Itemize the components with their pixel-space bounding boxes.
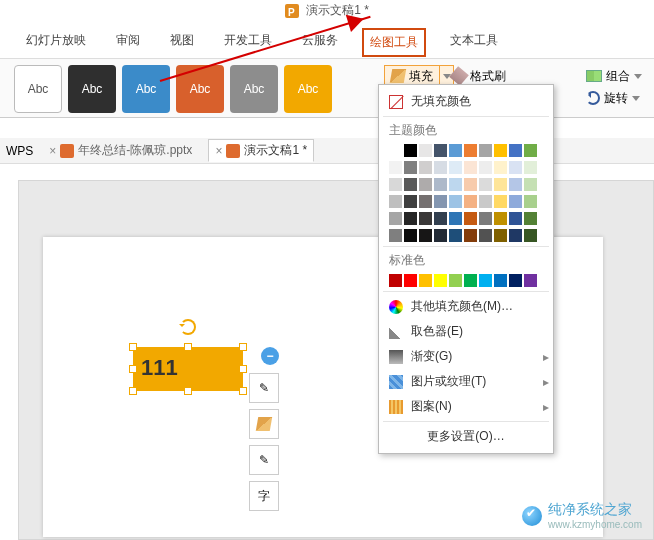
color-swatch[interactable] [389,161,402,174]
color-swatch[interactable] [449,212,462,225]
color-swatch[interactable] [524,195,537,208]
color-swatch[interactable] [449,161,462,174]
resize-handle[interactable] [129,343,137,351]
doc-tab-1[interactable]: × 年终总结-陈佩琼.pptx [43,140,198,161]
color-swatch[interactable] [509,178,522,191]
color-swatch[interactable] [494,161,507,174]
doc-tab-2[interactable]: × 演示文稿1 * [208,139,314,162]
color-swatch[interactable] [434,178,447,191]
color-swatch[interactable] [509,212,522,225]
resize-handle[interactable] [239,387,247,395]
rotation-handle[interactable] [180,319,196,335]
color-swatch[interactable] [404,178,417,191]
color-swatch[interactable] [404,229,417,242]
shape-style-gallery[interactable]: Abc Abc Abc Abc Abc Abc [14,65,332,113]
color-swatch[interactable] [389,144,402,157]
close-icon[interactable]: × [215,144,222,158]
color-swatch[interactable] [419,229,432,242]
color-swatch[interactable] [524,229,537,242]
color-swatch[interactable] [464,274,477,287]
pattern-item[interactable]: 图案(N) ▸ [379,394,553,419]
color-swatch[interactable] [509,161,522,174]
color-swatch[interactable] [419,144,432,157]
color-swatch[interactable] [404,195,417,208]
color-swatch[interactable] [434,229,447,242]
tab-cloud[interactable]: 云服务 [296,28,344,57]
color-swatch[interactable] [404,212,417,225]
collapse-badge[interactable]: − [261,347,279,365]
quick-fill-button[interactable] [249,409,279,439]
color-swatch[interactable] [389,229,402,242]
style-swatch-4[interactable]: Abc [230,65,278,113]
color-swatch[interactable] [509,274,522,287]
color-swatch[interactable] [389,178,402,191]
color-swatch[interactable] [524,161,537,174]
resize-handle[interactable] [239,343,247,351]
color-swatch[interactable] [449,195,462,208]
color-swatch[interactable] [419,161,432,174]
color-swatch[interactable] [434,274,447,287]
tab-slideshow[interactable]: 幻灯片放映 [20,28,92,57]
tab-view[interactable]: 视图 [164,28,200,57]
style-swatch-3[interactable]: Abc [176,65,224,113]
color-swatch[interactable] [509,229,522,242]
quick-outline-button[interactable]: ✎ [249,445,279,475]
texture-item[interactable]: 图片或纹理(T) ▸ [379,369,553,394]
color-swatch[interactable] [494,178,507,191]
color-swatch[interactable] [494,195,507,208]
color-swatch[interactable] [464,229,477,242]
style-swatch-2[interactable]: Abc [122,65,170,113]
color-swatch[interactable] [494,274,507,287]
color-swatch[interactable] [389,274,402,287]
color-swatch[interactable] [524,144,537,157]
color-swatch[interactable] [404,144,417,157]
color-swatch[interactable] [479,212,492,225]
selected-shape[interactable]: 111 [133,347,243,391]
color-swatch[interactable] [494,212,507,225]
color-swatch[interactable] [479,229,492,242]
resize-handle[interactable] [129,365,137,373]
color-swatch[interactable] [524,274,537,287]
tab-review[interactable]: 审阅 [110,28,146,57]
color-swatch[interactable] [434,144,447,157]
combine-button[interactable]: 组合 [582,65,646,87]
resize-handle[interactable] [129,387,137,395]
slide-canvas[interactable]: 111 − ✎ ✎ 字 [18,180,654,540]
color-swatch[interactable] [524,212,537,225]
color-swatch[interactable] [389,212,402,225]
quick-text-button[interactable]: 字 [249,481,279,511]
color-swatch[interactable] [434,212,447,225]
color-swatch[interactable] [449,144,462,157]
more-settings-item[interactable]: 更多设置(O)… [379,424,553,449]
color-swatch[interactable] [479,178,492,191]
color-swatch[interactable] [479,144,492,157]
color-swatch[interactable] [434,195,447,208]
color-swatch[interactable] [464,195,477,208]
color-swatch[interactable] [464,212,477,225]
gradient-item[interactable]: 渐变(G) ▸ [379,344,553,369]
tab-drawing-tools[interactable]: 绘图工具 [362,28,426,57]
more-colors-item[interactable]: 其他填充颜色(M)… [379,294,553,319]
color-swatch[interactable] [509,195,522,208]
color-swatch[interactable] [509,144,522,157]
color-swatch[interactable] [419,195,432,208]
style-swatch-1[interactable]: Abc [68,65,116,113]
color-swatch[interactable] [524,178,537,191]
tab-devtools[interactable]: 开发工具 [218,28,278,57]
color-swatch[interactable] [479,195,492,208]
rotate-button[interactable]: 旋转 [582,87,646,109]
quick-edit-button[interactable]: ✎ [249,373,279,403]
color-swatch[interactable] [494,144,507,157]
color-swatch[interactable] [479,161,492,174]
color-swatch[interactable] [404,274,417,287]
color-swatch[interactable] [434,161,447,174]
color-swatch[interactable] [449,274,462,287]
color-swatch[interactable] [464,161,477,174]
color-swatch[interactable] [479,274,492,287]
no-fill-item[interactable]: 无填充颜色 [379,89,553,114]
color-swatch[interactable] [464,144,477,157]
color-swatch[interactable] [419,212,432,225]
close-icon[interactable]: × [49,144,56,158]
color-swatch[interactable] [494,229,507,242]
resize-handle[interactable] [184,343,192,351]
